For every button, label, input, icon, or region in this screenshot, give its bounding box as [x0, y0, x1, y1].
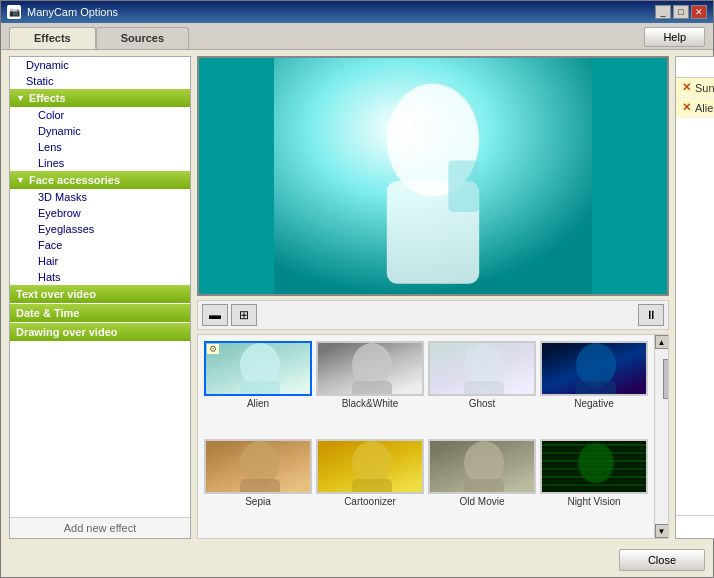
close-button[interactable]: Close	[619, 549, 705, 571]
arrow-face-icon: ▼	[16, 175, 25, 185]
remove-alien-button[interactable]: ✕	[682, 101, 691, 114]
svg-point-10	[576, 343, 616, 387]
thumbnails-panel: ⚙ Alien Black&White Ghost	[197, 334, 669, 539]
preview-video	[199, 58, 667, 294]
svg-point-16	[464, 441, 504, 485]
tree-category-effects[interactable]: ▼ Effects	[10, 89, 190, 107]
tree-item-eyebrow[interactable]: Eyebrow	[10, 205, 190, 221]
svg-point-8	[464, 343, 504, 387]
tree-scroll: Dynamic Static ▼ Effects Color Dynamic L…	[10, 57, 190, 517]
view-mode-1-button[interactable]: ▬	[202, 304, 228, 326]
tree-category-datetime[interactable]: Date & Time	[10, 304, 190, 322]
tab-effects[interactable]: Effects	[9, 27, 96, 49]
pause-button[interactable]: ⏸	[638, 304, 664, 326]
svg-point-14	[352, 441, 392, 485]
clear-all-button[interactable]: 🗑 Clear All	[676, 515, 714, 538]
tree-item-lens[interactable]: Lens	[10, 139, 190, 155]
thumbnail-bw[interactable]: Black&White	[316, 341, 424, 435]
thumb-negative-label: Negative	[574, 398, 613, 409]
help-button[interactable]: Help	[644, 27, 705, 47]
thumbnail-sepia[interactable]: Sepia	[204, 439, 312, 533]
preview-controls: ▬ ⊞ ⏸	[197, 300, 669, 330]
svg-rect-15	[352, 479, 392, 494]
bottom-row: Close	[1, 545, 713, 577]
main-window: 📷 ManyCam Options _ □ ✕ Effects Sources …	[0, 0, 714, 578]
thumbnail-nightvision[interactable]: Night Vision	[540, 439, 648, 533]
thumbnail-cartoon[interactable]: Cartoonizer	[316, 439, 424, 533]
category-text-label: Text over video	[16, 288, 96, 300]
svg-rect-9	[464, 381, 504, 396]
thumbnail-ghost[interactable]: Ghost	[428, 341, 536, 435]
window-icon: 📷	[7, 5, 21, 19]
thumb-oldmovie-label: Old Movie	[459, 496, 504, 507]
tree-item-eyeglasses[interactable]: Eyeglasses	[10, 221, 190, 237]
svg-point-6	[352, 343, 392, 387]
tree-item-lines[interactable]: Lines	[10, 155, 190, 171]
selected-effects-title: Selected effects	[676, 57, 714, 78]
preview-area	[197, 56, 669, 296]
category-face-label: Face accessories	[29, 174, 120, 186]
svg-point-31	[578, 443, 614, 483]
scroll-down-button[interactable]: ▼	[655, 524, 669, 538]
thumb-alien-badge: ⚙	[207, 344, 219, 354]
tab-bar: Effects Sources	[9, 27, 189, 49]
tree-category-face-accessories[interactable]: ▼ Face accessories	[10, 171, 190, 189]
tree-item-dynamic2[interactable]: Dynamic	[10, 123, 190, 139]
thumb-alien-label: Alien	[247, 398, 269, 409]
category-datetime-label: Date & Time	[16, 307, 79, 319]
thumb-bw-label: Black&White	[342, 398, 399, 409]
thumbnails-scrollbar: ▲ ▼	[654, 335, 668, 538]
maximize-button[interactable]: □	[673, 5, 689, 19]
svg-rect-5	[240, 381, 280, 396]
thumbnails-grid: ⚙ Alien Black&White Ghost	[198, 335, 654, 538]
add-effect-button[interactable]: Add new effect	[10, 517, 190, 538]
main-content: Dynamic Static ▼ Effects Color Dynamic L…	[1, 50, 713, 545]
selected-effects-list: ✕ Sunglasses ✕ Alien	[676, 78, 714, 118]
tree-item-hats[interactable]: Hats	[10, 269, 190, 285]
tab-sources[interactable]: Sources	[96, 27, 189, 49]
thumb-sepia-label: Sepia	[245, 496, 271, 507]
tree-category-drawing[interactable]: Drawing over video	[10, 323, 190, 341]
svg-rect-11	[576, 381, 616, 396]
titlebar-buttons: _ □ ✕	[655, 5, 707, 19]
category-drawing-label: Drawing over video	[16, 326, 117, 338]
tree-item-3dmasks[interactable]: 3D Masks	[10, 189, 190, 205]
remove-sunglasses-button[interactable]: ✕	[682, 81, 691, 94]
svg-rect-13	[240, 479, 280, 494]
thumb-cartoon-label: Cartoonizer	[344, 496, 396, 507]
thumb-ghost-label: Ghost	[469, 398, 496, 409]
window-title: ManyCam Options	[27, 6, 649, 18]
selected-effect-alien: ✕ Alien	[676, 98, 714, 118]
tree-item-dynamic1[interactable]: Dynamic	[10, 57, 190, 73]
category-effects-label: Effects	[29, 92, 66, 104]
tree-item-static[interactable]: Static	[10, 73, 190, 89]
thumbnail-oldmovie[interactable]: Old Movie	[428, 439, 536, 533]
thumb-nightvision-label: Night Vision	[567, 496, 620, 507]
view-mode-2-button[interactable]: ⊞	[231, 304, 257, 326]
selected-effects-box: Selected effects ✕ Sunglasses ✕ Alien 🗑 …	[675, 56, 714, 539]
svg-point-12	[240, 441, 280, 485]
thumbnail-alien[interactable]: ⚙ Alien	[204, 341, 312, 435]
close-titlebar-button[interactable]: ✕	[691, 5, 707, 19]
right-panel: Selected effects ✕ Sunglasses ✕ Alien 🗑 …	[675, 56, 714, 539]
scroll-up-button[interactable]: ▲	[655, 335, 669, 349]
tree-category-text[interactable]: Text over video	[10, 285, 190, 303]
arrow-effects-icon: ▼	[16, 93, 25, 103]
selected-effect-sunglasses: ✕ Sunglasses	[676, 78, 714, 98]
tree-item-color[interactable]: Color	[10, 107, 190, 123]
titlebar: 📷 ManyCam Options _ □ ✕	[1, 1, 713, 23]
effect-alien-label: Alien	[695, 102, 714, 114]
center-panel: ▬ ⊞ ⏸ ⚙ Alien	[197, 56, 669, 539]
tree-item-hair[interactable]: Hair	[10, 253, 190, 269]
effects-tree-panel: Dynamic Static ▼ Effects Color Dynamic L…	[9, 56, 191, 539]
svg-rect-3	[448, 161, 479, 212]
thumbnail-negative[interactable]: Negative	[540, 341, 648, 435]
svg-point-4	[240, 343, 280, 387]
svg-rect-7	[352, 381, 392, 396]
svg-rect-17	[464, 479, 504, 494]
scroll-thumb[interactable]	[663, 359, 670, 399]
effect-sunglasses-label: Sunglasses	[695, 82, 714, 94]
minimize-button[interactable]: _	[655, 5, 671, 19]
tree-item-face[interactable]: Face	[10, 237, 190, 253]
